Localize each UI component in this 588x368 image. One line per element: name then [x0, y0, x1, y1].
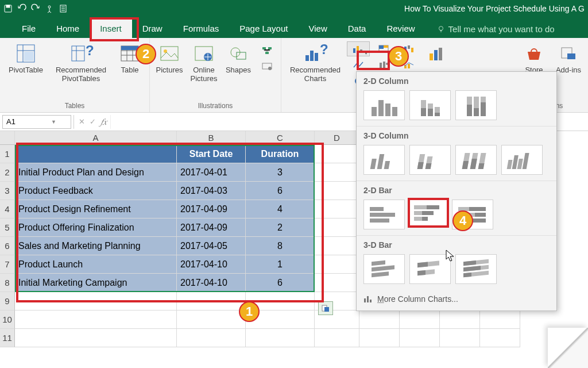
cell[interactable]: [315, 200, 359, 218]
cell[interactable]: 3: [246, 163, 315, 182]
pivottable-button[interactable]: PivotTable: [2, 40, 49, 76]
cell[interactable]: [15, 329, 177, 347]
tab-insert[interactable]: Insert: [90, 20, 132, 38]
cell[interactable]: [315, 237, 359, 255]
3d-100-stacked-column-thumb[interactable]: [455, 145, 497, 175]
cell[interactable]: 8: [246, 237, 315, 255]
cell[interactable]: 2: [246, 218, 315, 237]
cell[interactable]: Product Offering Finalization: [15, 218, 177, 237]
100-stacked-column-thumb[interactable]: [455, 90, 497, 120]
cell[interactable]: [400, 329, 440, 347]
cell[interactable]: [15, 292, 177, 310]
cell[interactable]: 2017-04-10: [177, 255, 246, 274]
cell[interactable]: 4: [246, 200, 315, 218]
table-button[interactable]: Table: [113, 40, 147, 76]
pictures-button[interactable]: Pictures: [152, 40, 187, 76]
cell[interactable]: [480, 310, 520, 329]
cell[interactable]: [315, 329, 359, 347]
insert-waterfall-chart-button[interactable]: [397, 41, 420, 56]
insert-hierarchy-chart-button[interactable]: [372, 41, 395, 56]
row-header[interactable]: 7: [0, 255, 15, 274]
cell[interactable]: 6: [246, 274, 315, 292]
clustered-bar-thumb[interactable]: [363, 200, 405, 229]
col-header-D[interactable]: D: [315, 131, 359, 145]
online-pictures-button[interactable]: Online Pictures: [187, 40, 221, 85]
row-header[interactable]: 1: [0, 145, 15, 163]
insert-statistic-chart-button[interactable]: [372, 57, 395, 72]
cell[interactable]: [315, 182, 359, 200]
tab-data[interactable]: Data: [338, 20, 377, 38]
cell[interactable]: [359, 329, 400, 347]
cell[interactable]: Product Design Refinement: [15, 200, 177, 218]
tell-me-search[interactable]: Tell me what you want to do: [437, 20, 555, 38]
cell[interactable]: [315, 255, 359, 274]
cell[interactable]: [177, 329, 246, 347]
col-header-A[interactable]: A: [15, 131, 177, 145]
cell[interactable]: 2017-04-09: [177, 200, 246, 218]
tab-review[interactable]: Review: [376, 20, 425, 38]
undo-icon[interactable]: [17, 4, 26, 13]
stacked-column-thumb[interactable]: [409, 90, 451, 120]
cell[interactable]: [246, 310, 315, 329]
shapes-button[interactable]: Shapes: [221, 40, 256, 76]
cell-C1[interactable]: Duration: [246, 145, 315, 163]
recommended-pivottables-button[interactable]: ? Recommended PivotTables: [49, 40, 113, 85]
stacked-bar-thumb[interactable]: [408, 198, 449, 228]
row-header[interactable]: 6: [0, 237, 15, 255]
screenshot-button[interactable]: [256, 59, 278, 74]
cell[interactable]: [246, 292, 315, 310]
redo-icon[interactable]: [31, 4, 40, 13]
cell[interactable]: Product Feedback: [15, 182, 177, 200]
cell[interactable]: Initial Product Plan and Design: [15, 163, 177, 182]
cell[interactable]: [177, 310, 246, 329]
document-icon[interactable]: [59, 4, 68, 13]
cell[interactable]: [315, 218, 359, 237]
100-stacked-bar-thumb[interactable]: [452, 200, 493, 229]
cell[interactable]: Product Launch: [15, 255, 177, 274]
row-header[interactable]: 5: [0, 218, 15, 237]
cell[interactable]: [246, 329, 315, 347]
cell[interactable]: [359, 310, 400, 329]
clustered-column-thumb[interactable]: [363, 90, 405, 120]
cell[interactable]: 2017-04-10: [177, 274, 246, 292]
cell[interactable]: Initial Marketing Campaign: [15, 274, 177, 292]
insert-line-chart-button[interactable]: [347, 57, 370, 72]
cell[interactable]: [315, 163, 359, 182]
3d-column-thumb[interactable]: [501, 145, 543, 175]
row-header[interactable]: 9: [0, 292, 15, 310]
tab-home[interactable]: Home: [46, 20, 90, 38]
cell[interactable]: [15, 310, 177, 329]
3d-stacked-bar-thumb[interactable]: [409, 254, 451, 284]
row-header[interactable]: 2: [0, 163, 15, 182]
cell[interactable]: [440, 310, 480, 329]
tab-draw[interactable]: Draw: [132, 20, 173, 38]
row-header[interactable]: 10: [0, 310, 15, 329]
cell[interactable]: [480, 329, 520, 347]
row-header[interactable]: 11: [0, 329, 15, 347]
cell[interactable]: 2017-04-01: [177, 163, 246, 182]
cell[interactable]: 2017-04-09: [177, 218, 246, 237]
select-all-corner[interactable]: [0, 131, 15, 145]
paste-options-button[interactable]: [318, 301, 333, 315]
pivotchart-button[interactable]: [420, 40, 455, 68]
cell[interactable]: 2017-04-03: [177, 182, 246, 200]
cell[interactable]: 1: [246, 255, 315, 274]
row-header[interactable]: 4: [0, 200, 15, 218]
touch-mode-icon[interactable]: [45, 4, 54, 13]
tab-formulas[interactable]: Formulas: [173, 20, 230, 38]
save-icon[interactable]: [3, 4, 13, 13]
insert-column-chart-button[interactable]: ▼: [347, 41, 370, 56]
tab-view[interactable]: View: [298, 20, 337, 38]
name-box-dropdown-icon[interactable]: ▼: [37, 119, 71, 125]
recommended-charts-button[interactable]: ? Recommended Charts: [284, 40, 347, 85]
3d-clustered-bar-thumb[interactable]: [363, 254, 405, 284]
cell-B1[interactable]: Start Date: [177, 145, 246, 163]
cell[interactable]: [400, 310, 440, 329]
more-column-charts-link[interactable]: MMore Column Charts...ore Column Charts.…: [357, 290, 556, 308]
3d-clustered-column-thumb[interactable]: [363, 145, 405, 175]
cancel-formula-icon[interactable]: ✕: [79, 117, 85, 126]
cell[interactable]: [440, 329, 480, 347]
enter-formula-icon[interactable]: ✓: [90, 117, 96, 126]
cell[interactable]: Sales and Marketing Planning: [15, 237, 177, 255]
tab-page-layout[interactable]: Page Layout: [229, 20, 298, 38]
